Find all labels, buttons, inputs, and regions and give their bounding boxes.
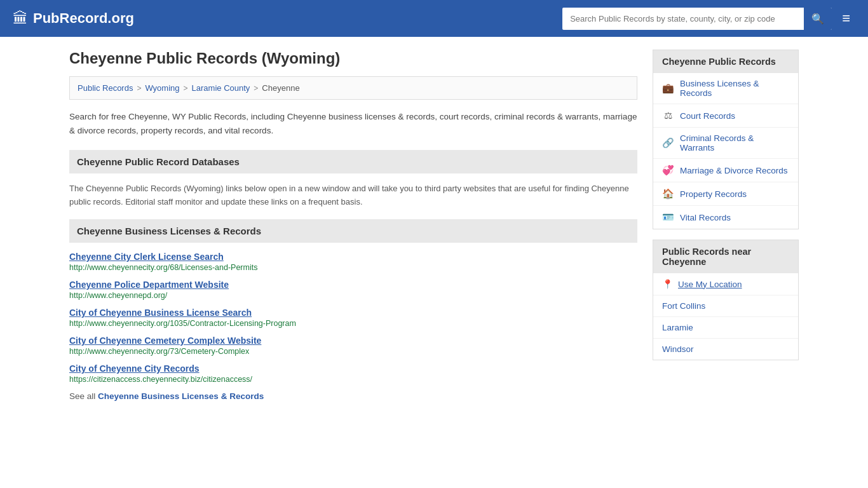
databases-description: The Cheyenne Public Records (Wyoming) li… xyxy=(69,182,637,209)
use-my-location-label[interactable]: Use My Location xyxy=(678,280,742,289)
record-link-url: http://www.cheyennepd.org/ xyxy=(69,291,637,300)
page-title: Cheyenne Public Records (Wyoming) xyxy=(69,50,637,67)
breadcrumb-sep-2: > xyxy=(184,84,188,93)
record-link-title[interactable]: Cheyenne Police Department Website xyxy=(69,280,637,290)
logo[interactable]: 🏛 PubRecord.org xyxy=(13,10,134,27)
sidebar-item[interactable]: ⚖Court Records xyxy=(653,104,798,128)
sidebar-item-icon: ⚖ xyxy=(662,110,674,121)
sidebar-nearby-box: Public Records near Cheyenne 📍 Use My Lo… xyxy=(653,240,799,360)
nearby-locations-list: Fort CollinsLaramieWindsor xyxy=(653,295,798,360)
sidebar-item-icon: 💼 xyxy=(662,83,674,94)
record-link-title[interactable]: City of Cheyenne Business License Search xyxy=(69,308,637,318)
nearby-location-item[interactable]: Fort Collins xyxy=(653,295,798,317)
business-links-list: Cheyenne City Clerk License Searchhttp:/… xyxy=(69,252,637,384)
sidebar-item-link[interactable]: Criminal Records & Warrants xyxy=(680,133,789,152)
breadcrumb-public-records[interactable]: Public Records xyxy=(78,83,133,93)
record-link-title[interactable]: City of Cheyenne City Records xyxy=(69,363,637,374)
main-container: Cheyenne Public Records (Wyoming) Public… xyxy=(59,37,809,414)
nearby-location-link[interactable]: Fort Collins xyxy=(662,301,705,311)
page-description: Search for free Cheyenne, WY Public Reco… xyxy=(69,110,637,137)
location-icon: 📍 xyxy=(662,279,673,289)
nearby-location-link[interactable]: Laramie xyxy=(662,323,693,332)
sidebar-item-icon: 🏠 xyxy=(662,188,674,200)
see-all-text: See all Cheyenne Business Licenses & Rec… xyxy=(69,391,637,401)
sidebar-item[interactable]: 🔗Criminal Records & Warrants xyxy=(653,128,798,159)
business-section-header: Cheyenne Business Licenses & Records xyxy=(69,219,637,243)
sidebar-item-link[interactable]: Vital Records xyxy=(680,213,731,222)
sidebar-item[interactable]: 💞Marriage & Divorce Records xyxy=(653,159,798,182)
sidebar-item-link[interactable]: Business Licenses & Records xyxy=(680,79,789,98)
hamburger-icon: ≡ xyxy=(842,10,850,26)
use-my-location-item[interactable]: 📍 Use My Location xyxy=(653,273,798,295)
breadcrumb-sep-1: > xyxy=(137,84,141,93)
breadcrumb-wyoming[interactable]: Wyoming xyxy=(145,83,179,93)
breadcrumb-cheyenne: Cheyenne xyxy=(262,83,299,93)
record-link-title[interactable]: Cheyenne City Clerk License Search xyxy=(69,252,637,262)
record-link-url: http://www.cheyennecity.org/73/Cemetery-… xyxy=(69,347,637,356)
nearby-location-link[interactable]: Windsor xyxy=(662,344,694,354)
sidebar-item[interactable]: 🏠Property Records xyxy=(653,182,798,206)
sidebar-item-link[interactable]: Court Records xyxy=(680,111,735,121)
sidebar-item-link[interactable]: Marriage & Divorce Records xyxy=(680,166,788,175)
record-link-url: https://citizenaccess.cheyennecity.biz/c… xyxy=(69,375,637,384)
sidebar-title: Cheyenne Public Records xyxy=(653,50,798,73)
logo-text: PubRecord.org xyxy=(33,10,134,27)
site-header: 🏛 PubRecord.org 🔍 ≡ xyxy=(0,0,868,37)
sidebar-item-icon: 🪪 xyxy=(662,212,674,223)
sidebar-item-icon: 🔗 xyxy=(662,137,674,149)
record-link-url: http://www.cheyennecity.org/68/Licenses-… xyxy=(69,263,637,272)
sidebar-item-link[interactable]: Property Records xyxy=(680,189,747,199)
breadcrumb: Public Records > Wyoming > Laramie Count… xyxy=(69,76,637,100)
sidebar-item[interactable]: 🪪Vital Records xyxy=(653,206,798,229)
nearby-title: Public Records near Cheyenne xyxy=(653,240,798,273)
sidebar-item-icon: 💞 xyxy=(662,165,674,176)
see-all-link[interactable]: Cheyenne Business Licenses & Records xyxy=(98,391,264,401)
content-area: Cheyenne Public Records (Wyoming) Public… xyxy=(69,50,637,401)
sidebar-records-box: Cheyenne Public Records 💼Business Licens… xyxy=(653,50,799,229)
databases-section-header: Cheyenne Public Record Databases xyxy=(69,150,637,173)
search-icon: 🔍 xyxy=(811,13,824,25)
search-bar: 🔍 xyxy=(562,8,832,30)
logo-icon: 🏛 xyxy=(13,10,28,27)
header-controls: 🔍 ≡ xyxy=(562,8,855,30)
search-button[interactable]: 🔍 xyxy=(804,8,832,30)
nearby-location-item[interactable]: Windsor xyxy=(653,339,798,360)
sidebar: Cheyenne Public Records 💼Business Licens… xyxy=(653,50,799,401)
sidebar-item[interactable]: 💼Business Licenses & Records xyxy=(653,73,798,104)
record-link-url: http://www.cheyennecity.org/1035/Contrac… xyxy=(69,319,637,328)
record-link-title[interactable]: City of Cheyenne Cemetery Complex Websit… xyxy=(69,336,637,346)
breadcrumb-laramie-county[interactable]: Laramie County xyxy=(192,83,250,93)
nearby-location-item[interactable]: Laramie xyxy=(653,317,798,339)
breadcrumb-sep-3: > xyxy=(254,84,258,93)
search-input[interactable] xyxy=(562,9,804,29)
menu-button[interactable]: ≡ xyxy=(837,8,855,29)
sidebar-items-list: 💼Business Licenses & Records⚖Court Recor… xyxy=(653,73,798,229)
